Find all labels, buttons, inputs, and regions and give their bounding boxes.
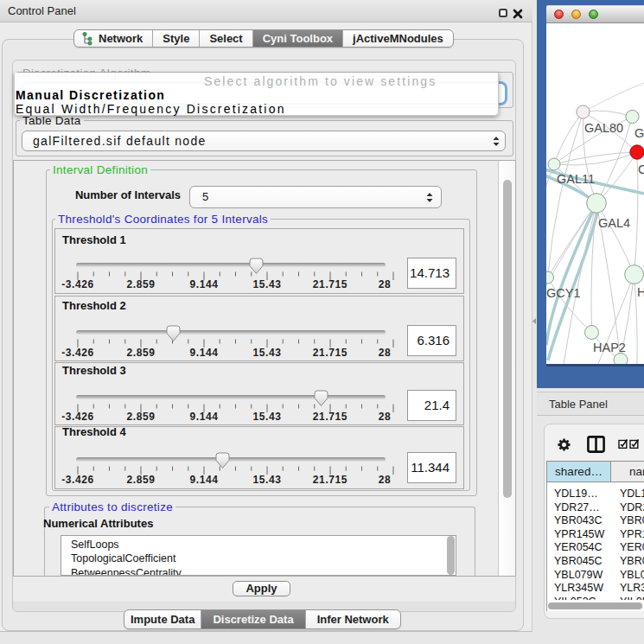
svg-text:GAL11: GAL11 [557, 172, 595, 186]
svg-text:GA: GA [634, 126, 644, 140]
svg-text:H: H [637, 285, 644, 299]
svg-text:HAP2: HAP2 [593, 341, 626, 354]
svg-text:GAL4: GAL4 [598, 216, 630, 230]
svg-text:GCY1: GCY1 [546, 286, 581, 300]
svg-text:C: C [638, 163, 644, 176]
svg-text:GAL80: GAL80 [584, 121, 623, 135]
